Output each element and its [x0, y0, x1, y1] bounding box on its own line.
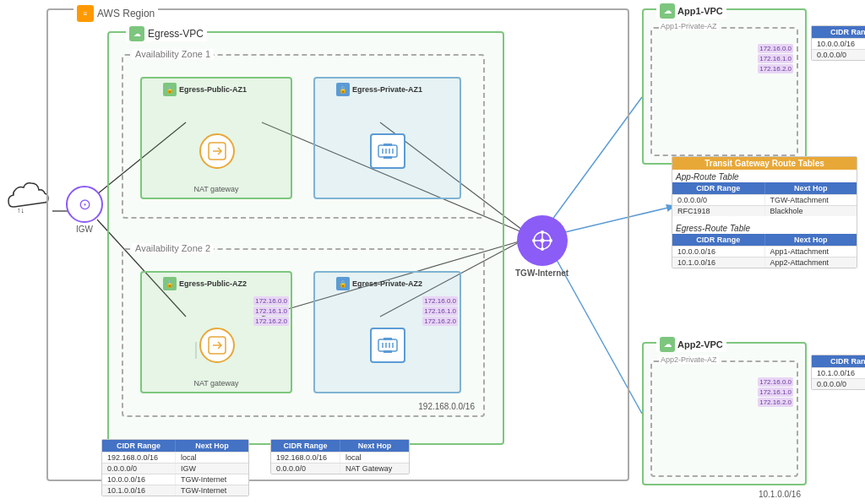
egress-private-az1: 🔒 Egress-Private-AZ1: [313, 77, 461, 199]
az2-box: Availability Zone 2 🔒 Egress-Public-AZ2 …: [122, 248, 485, 417]
rt-ep-r3c1: 10.0.0.0/16: [102, 474, 176, 485]
rt-a1-col1: CIDR Range: [812, 26, 865, 38]
rt-a1-row2: 0.0.0.0/0 TGW-Internet: [812, 49, 865, 60]
svg-text:↑↓: ↑↓: [17, 206, 24, 214]
svg-point-35: [549, 239, 552, 242]
rt-ep-r2c2: IGW: [176, 463, 248, 474]
svg-rect-23: [378, 339, 397, 351]
rt-egress-public: CIDR Range Next Hop 192.168.0.0/16 local…: [101, 439, 249, 496]
app2-az-label: App2-Private-AZ: [659, 355, 719, 364]
rt-a2-row1: 10.1.0.0/16 local: [812, 367, 865, 378]
egress-vpc-label: ☁ Egress-VPC: [126, 26, 207, 41]
rt-ep-row1: 192.168.0.0/16 local: [102, 452, 248, 463]
rt-ep-col2: Next Hop: [176, 440, 248, 452]
svg-rect-19: [384, 144, 392, 146]
rt-ep-header: CIDR Range Next Hop: [102, 440, 248, 452]
priv-ip1: 172.16.0.0: [422, 296, 458, 306]
nat-gateway-az1: [199, 133, 235, 169]
svg-point-33: [540, 239, 544, 243]
svg-rect-29: [384, 350, 392, 353]
rt-nat-row1: 192.168.0.0/16 local: [271, 452, 409, 463]
ip2: 172.16.1.0: [253, 306, 289, 316]
rt-nat-r1c1: 192.168.0.0/16: [271, 453, 340, 463]
rt-a1-r2c1: 0.0.0.0/0: [812, 50, 865, 60]
lock-icon-priv-az1: 🔒: [336, 83, 350, 96]
rt-app2: CIDR Range Next Hop 10.1.0.0/16 local 0.…: [811, 355, 865, 390]
app1-vpc-box: ☁ App1-VPC App1-Private-AZ 172.16.0.0 17…: [642, 8, 807, 165]
aws-region-label: ≡ AWS Region: [73, 5, 158, 22]
rt-tgw-a-col1: CIDR Range: [672, 182, 765, 194]
svg-rect-28: [384, 338, 392, 340]
rt-tgw: Transit Gateway Route Tables App-Route T…: [672, 156, 857, 268]
rt-tgw-egress-row1: 10.0.0.0/16 App1-Attachment: [672, 246, 857, 257]
az2-label: Availability Zone 2: [132, 243, 214, 253]
rt-ep-r1c1: 192.168.0.0/16: [102, 453, 176, 463]
rt-a1-row1: 10.0.0.0/16 local: [812, 38, 865, 49]
app1-private-az: App1-Private-AZ 172.16.0.0 172.16.1.0 17…: [650, 27, 798, 156]
svg-rect-14: [378, 145, 397, 157]
pub-az2-label: 🔒 Egress-Public-AZ2: [163, 277, 247, 290]
priv-az2-label: 🔒 Egress-Private-AZ2: [336, 277, 422, 290]
app2-ip2: 172.16.1.0: [758, 387, 793, 397]
vpc-icon: ☁: [129, 26, 144, 41]
app1-vpc-label: ☁ App1-VPC: [656, 3, 726, 19]
app2-private-az: App2-Private-AZ 172.16.0.0 172.16.1.0 17…: [650, 360, 798, 477]
priv-az1-label: 🔒 Egress-Private-AZ1: [336, 83, 422, 96]
egress-cidr: 192.168.0.0/16: [418, 402, 475, 411]
rt-ep-row2: 0.0.0.0/0 IGW: [102, 463, 248, 474]
ip3: 172.16.2.0: [253, 317, 289, 326]
svg-rect-20: [384, 156, 392, 159]
vpce-az2: [370, 328, 405, 363]
ip1: 172.16.0.0: [253, 296, 289, 306]
rt-a2-r2c1: 0.0.0.0/0: [812, 379, 865, 389]
lock-icon-pub-az2: 🔒: [163, 277, 177, 290]
lock-icon-pub-az1: 🔒: [163, 83, 177, 96]
svg-point-36: [541, 230, 544, 234]
internet-cloud: ↑↓: [4, 177, 51, 215]
app1-ip3: 172.16.2.0: [758, 64, 793, 73]
nat-az2-label: NAT gateway: [142, 379, 291, 387]
az2-ip-stack: 172.16.0.0 172.16.1.0 172.16.2.0: [253, 296, 289, 326]
rt-tgw-e-r1c2: App1-Attachment: [765, 247, 857, 257]
app1-ip2: 172.16.1.0: [758, 54, 793, 63]
aws-icon: ≡: [77, 5, 94, 22]
rt-nat: CIDR Range Next Hop 192.168.0.0/16 local…: [270, 439, 410, 474]
priv-ip2: 172.16.1.0: [422, 306, 458, 316]
rt-ep-r4c1: 10.1.0.0/16: [102, 485, 176, 496]
rt-tgw-app-header: CIDR Range Next Hop: [672, 182, 857, 194]
rt-tgw-e-r1c1: 10.0.0.0/16: [672, 247, 765, 257]
rt-tgw-egress-row2: 10.1.0.0/16 App2-Attachment: [672, 257, 857, 268]
rt-ep-r1c2: local: [176, 453, 248, 463]
rt-tgw-e-col1: CIDR Range: [672, 234, 765, 246]
rt-a2-row2: 0.0.0.0/0 TGW-Internet: [812, 378, 865, 389]
rt-tgw-e-r2c1: 10.1.0.0/16: [672, 257, 765, 268]
rt-app1: CIDR Range Next Hop 10.0.0.0/16 local 0.…: [811, 25, 865, 61]
egress-public-az2: 🔒 Egress-Public-AZ2 172.16.0.0 172.16.1.…: [140, 271, 292, 393]
rt-nat-r2c2: NAT Gateway: [340, 463, 409, 474]
rt-ep-row3: 10.0.0.0/16 TGW-Internet: [102, 474, 248, 485]
rt-nat-col1: CIDR Range: [271, 440, 340, 452]
rt-tgw-a-r1c1: 0.0.0.0/0: [672, 195, 765, 205]
nat-gateway-az2: [199, 328, 235, 363]
vpce-az1: [370, 133, 405, 169]
rt-tgw-app-row2: RFC1918 Blackhole: [672, 205, 857, 216]
rt-ep-row4: 10.1.0.0/16 TGW-Internet: [102, 485, 248, 496]
rt-tgw-e-r2c2: App2-Attachment: [765, 257, 857, 268]
tgw-label: TGW-Internet: [515, 268, 569, 278]
app2-vpc-label: ☁ App2-VPC: [656, 337, 726, 352]
rt-ep-col1: CIDR Range: [102, 440, 176, 452]
egress-private-az2: 🔒 Egress-Private-AZ2 172.16.0.0 172.16.1…: [313, 271, 461, 393]
rt-tgw-title: Transit Gateway Route Tables: [672, 157, 857, 170]
egress-public-az1: 🔒 Egress-Public-AZ1 NAT gateway: [140, 77, 292, 199]
app1-az-label: App1-Private-AZ: [659, 22, 719, 30]
rt-a1-header: CIDR Range Next Hop: [812, 26, 865, 38]
app1-vpc-icon: ☁: [660, 3, 675, 19]
priv-az2-ip-stack: 172.16.0.0 172.16.1.0 172.16.2.0: [422, 296, 458, 326]
rt-tgw-egress-header: CIDR Range Next Hop: [672, 234, 857, 246]
lock-icon-priv-az2: 🔒: [336, 277, 350, 290]
diagram-container: ↑↓ ⊙ IGW ≡ AWS Region ☁ Egress-VPC Avail…: [0, 0, 865, 504]
rt-tgw-app-label: App-Route Table: [672, 170, 857, 182]
rt-ep-r4c2: TGW-Internet: [176, 485, 248, 496]
pub-az1-label: 🔒 Egress-Public-AZ1: [163, 83, 247, 96]
app1-ip1: 172.16.0.0: [758, 44, 793, 53]
